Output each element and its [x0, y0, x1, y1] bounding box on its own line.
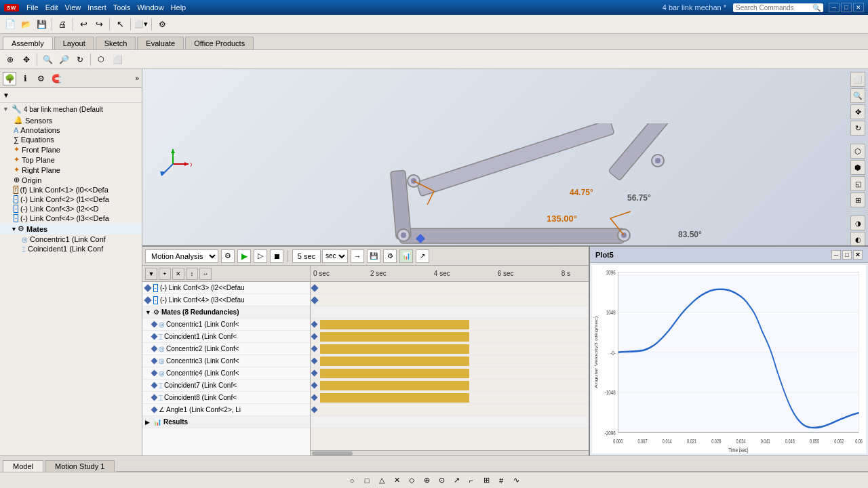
motion-track-6[interactable]: ◎ Concentric3 (Link Conf<	[142, 355, 310, 367]
tree-item-link2[interactable]: - (-) Link Conf<2> (l1<<Defa	[0, 195, 142, 204]
tl-row-6[interactable]	[311, 355, 589, 367]
tree-item-sensors[interactable]: 🔔 Sensors	[0, 115, 142, 125]
rotate-view[interactable]: ↻	[73, 52, 87, 67]
property-icon[interactable]: ℹ	[18, 72, 32, 85]
motion-track-4[interactable]: ⌶ Coincident1 (Link Conf<	[142, 331, 310, 343]
view-shading[interactable]: ⬡	[850, 144, 865, 159]
zoom-out[interactable]: 🔎	[56, 52, 71, 67]
motion-arrow-btn[interactable]: →	[351, 249, 364, 263]
tl-row-5[interactable]	[311, 343, 589, 355]
tab-sketch[interactable]: Sketch	[96, 37, 136, 49]
time-input[interactable]	[292, 249, 321, 263]
filter-btn[interactable]: ▼	[145, 268, 157, 280]
mate-button[interactable]: ⚙	[155, 17, 170, 32]
motion-stop-button[interactable]: ⏹	[270, 249, 283, 263]
motion-plot-btn[interactable]: 📊	[399, 249, 413, 263]
tree-item-equations[interactable]: ∑ Equations	[0, 135, 142, 144]
tl-row-8[interactable]	[311, 380, 589, 392]
tl-row-9[interactable]	[311, 392, 589, 404]
open-button[interactable]: 📂	[18, 17, 33, 32]
view-section[interactable]: ⊞	[850, 192, 865, 207]
menu-tools[interactable]: Tools	[110, 3, 134, 12]
tab-assembly[interactable]: Assembly	[3, 37, 53, 49]
feature-tree-icon[interactable]: 🌳	[3, 72, 16, 85]
view-wireframe[interactable]: ⬢	[850, 160, 865, 175]
tl-row-4[interactable]	[311, 331, 589, 343]
add-btn[interactable]: +	[159, 268, 171, 280]
tree-item-front-plane[interactable]: ✦ Front Plane	[0, 144, 142, 155]
tree-item-link3[interactable]: - (-) Link Conf<3> (l2<<D	[0, 204, 142, 214]
motion-export-btn[interactable]: ↗	[416, 249, 429, 263]
tl-row-3[interactable]	[311, 319, 589, 331]
timeline-scrollbar[interactable]	[311, 450, 589, 455]
tree-item-right-plane[interactable]: ✦ Right Plane	[0, 165, 142, 175]
motion-play-button[interactable]: ▶	[237, 249, 251, 263]
motion-settings-btn[interactable]: ⚙	[383, 249, 397, 263]
expand-all-btn[interactable]: ↔	[199, 268, 212, 280]
tree-item-top-plane[interactable]: ✦ Top Plane	[0, 155, 142, 165]
menu-edit[interactable]: Edit	[42, 3, 62, 12]
print-button[interactable]: 🖨	[55, 17, 70, 32]
view-orientation[interactable]: ⬜	[850, 72, 865, 87]
collapse-btn[interactable]: ↕	[186, 268, 198, 280]
tl-row-1[interactable]	[311, 294, 589, 306]
tab-office[interactable]: Office Products	[185, 37, 254, 49]
view-hidden[interactable]: ◱	[850, 176, 865, 191]
undo-button[interactable]: ↩	[76, 17, 91, 32]
view-zoom[interactable]: 🔍	[850, 88, 865, 103]
view-pan[interactable]: ✥	[850, 104, 865, 119]
view-realview[interactable]: ◑	[850, 216, 865, 230]
bt-diamond[interactable]: ◇	[405, 474, 418, 487]
delete-btn[interactable]: ✕	[172, 268, 184, 280]
bt-cross[interactable]: ✕	[390, 474, 403, 487]
tab-layout[interactable]: Layout	[54, 37, 94, 49]
menu-insert[interactable]: Insert	[84, 3, 110, 12]
section-view[interactable]: ⬜	[110, 52, 125, 67]
tl-row-7[interactable]	[311, 367, 589, 380]
plot-maximize[interactable]: □	[842, 250, 852, 260]
tl-row-10[interactable]	[311, 404, 589, 416]
motion-track-0[interactable]: - (-) Link Conf<3> (l2<<Defau	[142, 282, 310, 294]
bt-target[interactable]: ⊙	[435, 474, 448, 487]
motion-track-1[interactable]: - (-) Link Conf<4> (l3<<Defau	[142, 294, 310, 306]
motion-track-7[interactable]: ◎ Concentric4 (Link Conf<	[142, 367, 310, 380]
menu-file[interactable]: File	[23, 3, 42, 12]
motion-track-2[interactable]: ▼ ⚙ Mates (8 Redundancies)	[142, 306, 310, 319]
expand-sidebar[interactable]: »	[135, 75, 139, 82]
tl-row-0[interactable]	[311, 282, 589, 294]
magnet-icon[interactable]: 🧲	[50, 72, 63, 85]
bt-rect[interactable]: □	[360, 474, 374, 487]
motion-step-button[interactable]: ▷	[254, 249, 267, 263]
tree-item-mates[interactable]: ▼ ⚙ Mates	[0, 223, 142, 235]
search-box[interactable]: 🔍	[733, 3, 823, 12]
bt-corner[interactable]: ⌐	[465, 474, 478, 487]
scroll-thumb[interactable]	[312, 451, 353, 455]
menu-window[interactable]: Window	[134, 3, 167, 12]
plot-minimize[interactable]: ─	[831, 250, 841, 260]
view-rotate2[interactable]: ↻	[850, 121, 865, 136]
zoom-in[interactable]: 🔍	[40, 52, 55, 67]
motion-track-9[interactable]: ⌶ Coincident8 (Link Conf<	[142, 392, 310, 404]
bt-circle[interactable]: ○	[345, 474, 359, 487]
model-tab[interactable]: Model	[3, 460, 43, 472]
bt-arrow[interactable]: ↗	[450, 474, 463, 487]
analysis-type-select[interactable]: Motion Analysis	[145, 249, 218, 263]
minimize-button[interactable]: ─	[829, 3, 840, 12]
tab-evaluate[interactable]: Evaluate	[137, 37, 184, 49]
motion-track-10[interactable]: ∠ Angle1 (Link Conf<2>, Li	[142, 404, 310, 416]
view-button[interactable]: ⬡	[94, 52, 108, 67]
insert-components[interactable]: ⊕	[3, 52, 18, 67]
plot-close[interactable]: ✕	[853, 250, 863, 260]
select-button[interactable]: ↖	[113, 17, 127, 32]
bt-grid[interactable]: ⊞	[479, 474, 493, 487]
tree-root[interactable]: ▼ 🔧 4 bar link mechan (Default	[0, 103, 142, 115]
config-icon[interactable]: ⚙	[34, 72, 47, 85]
bt-wave[interactable]: ∿	[509, 474, 523, 487]
bt-hash[interactable]: #	[494, 474, 508, 487]
menu-help[interactable]: Help	[167, 3, 190, 12]
tree-item-concentric1[interactable]: ◎ Concentric1 (Link Conf	[0, 235, 142, 244]
tree-item-annotations[interactable]: A Annotations	[0, 125, 142, 135]
tree-item-origin[interactable]: ⊕ Origin	[0, 175, 142, 185]
motion-track-11[interactable]: ▶ 📊 Results	[142, 416, 310, 428]
motion-track-8[interactable]: ⌶ Coincident7 (Link Conf<	[142, 380, 310, 392]
